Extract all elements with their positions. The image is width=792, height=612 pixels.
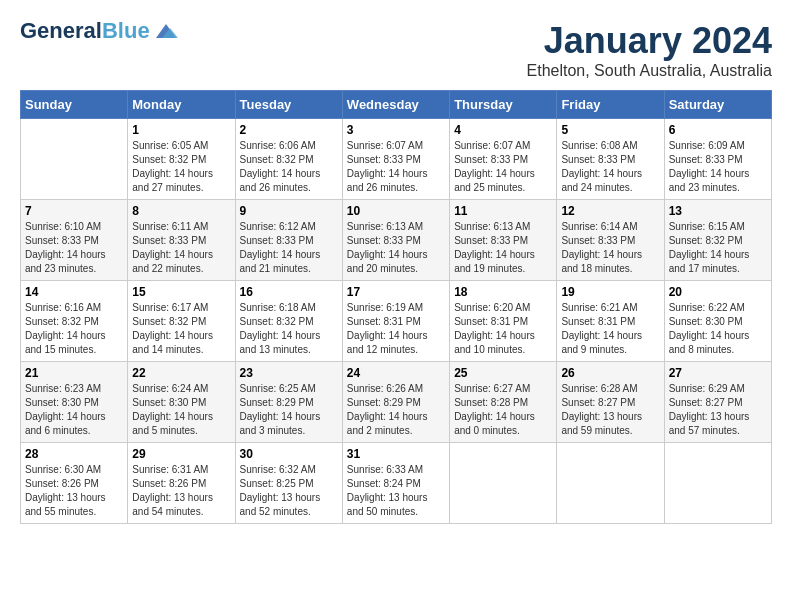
logo: GeneralBlue — [20, 20, 180, 42]
day-number: 30 — [240, 447, 338, 461]
calendar-cell: 3Sunrise: 6:07 AM Sunset: 8:33 PM Daylig… — [342, 119, 449, 200]
calendar-cell: 6Sunrise: 6:09 AM Sunset: 8:33 PM Daylig… — [664, 119, 771, 200]
calendar-cell — [557, 443, 664, 524]
cell-info: Sunrise: 6:14 AM Sunset: 8:33 PM Dayligh… — [561, 220, 659, 276]
day-number: 11 — [454, 204, 552, 218]
day-number: 18 — [454, 285, 552, 299]
header-tuesday: Tuesday — [235, 91, 342, 119]
day-number: 31 — [347, 447, 445, 461]
calendar-cell: 10Sunrise: 6:13 AM Sunset: 8:33 PM Dayli… — [342, 200, 449, 281]
header-row: SundayMondayTuesdayWednesdayThursdayFrid… — [21, 91, 772, 119]
calendar-cell: 7Sunrise: 6:10 AM Sunset: 8:33 PM Daylig… — [21, 200, 128, 281]
day-number: 22 — [132, 366, 230, 380]
week-row-3: 14Sunrise: 6:16 AM Sunset: 8:32 PM Dayli… — [21, 281, 772, 362]
calendar-cell: 24Sunrise: 6:26 AM Sunset: 8:29 PM Dayli… — [342, 362, 449, 443]
calendar-cell: 25Sunrise: 6:27 AM Sunset: 8:28 PM Dayli… — [450, 362, 557, 443]
day-number: 9 — [240, 204, 338, 218]
cell-info: Sunrise: 6:19 AM Sunset: 8:31 PM Dayligh… — [347, 301, 445, 357]
calendar-subtitle: Ethelton, South Australia, Australia — [527, 62, 772, 80]
cell-info: Sunrise: 6:09 AM Sunset: 8:33 PM Dayligh… — [669, 139, 767, 195]
calendar-cell: 30Sunrise: 6:32 AM Sunset: 8:25 PM Dayli… — [235, 443, 342, 524]
day-number: 16 — [240, 285, 338, 299]
day-number: 17 — [347, 285, 445, 299]
header-wednesday: Wednesday — [342, 91, 449, 119]
header-friday: Friday — [557, 91, 664, 119]
day-number: 8 — [132, 204, 230, 218]
calendar-cell: 11Sunrise: 6:13 AM Sunset: 8:33 PM Dayli… — [450, 200, 557, 281]
cell-info: Sunrise: 6:15 AM Sunset: 8:32 PM Dayligh… — [669, 220, 767, 276]
day-number: 3 — [347, 123, 445, 137]
cell-info: Sunrise: 6:18 AM Sunset: 8:32 PM Dayligh… — [240, 301, 338, 357]
calendar-cell: 22Sunrise: 6:24 AM Sunset: 8:30 PM Dayli… — [128, 362, 235, 443]
calendar-cell: 9Sunrise: 6:12 AM Sunset: 8:33 PM Daylig… — [235, 200, 342, 281]
day-number: 29 — [132, 447, 230, 461]
day-number: 15 — [132, 285, 230, 299]
calendar-cell: 5Sunrise: 6:08 AM Sunset: 8:33 PM Daylig… — [557, 119, 664, 200]
cell-info: Sunrise: 6:22 AM Sunset: 8:30 PM Dayligh… — [669, 301, 767, 357]
cell-info: Sunrise: 6:29 AM Sunset: 8:27 PM Dayligh… — [669, 382, 767, 438]
day-number: 21 — [25, 366, 123, 380]
cell-info: Sunrise: 6:07 AM Sunset: 8:33 PM Dayligh… — [454, 139, 552, 195]
cell-info: Sunrise: 6:06 AM Sunset: 8:32 PM Dayligh… — [240, 139, 338, 195]
cell-info: Sunrise: 6:11 AM Sunset: 8:33 PM Dayligh… — [132, 220, 230, 276]
week-row-4: 21Sunrise: 6:23 AM Sunset: 8:30 PM Dayli… — [21, 362, 772, 443]
day-number: 5 — [561, 123, 659, 137]
cell-info: Sunrise: 6:05 AM Sunset: 8:32 PM Dayligh… — [132, 139, 230, 195]
day-number: 2 — [240, 123, 338, 137]
cell-info: Sunrise: 6:08 AM Sunset: 8:33 PM Dayligh… — [561, 139, 659, 195]
calendar-cell: 18Sunrise: 6:20 AM Sunset: 8:31 PM Dayli… — [450, 281, 557, 362]
cell-info: Sunrise: 6:10 AM Sunset: 8:33 PM Dayligh… — [25, 220, 123, 276]
calendar-cell: 23Sunrise: 6:25 AM Sunset: 8:29 PM Dayli… — [235, 362, 342, 443]
calendar-cell: 29Sunrise: 6:31 AM Sunset: 8:26 PM Dayli… — [128, 443, 235, 524]
calendar-title: January 2024 — [527, 20, 772, 62]
day-number: 12 — [561, 204, 659, 218]
cell-info: Sunrise: 6:13 AM Sunset: 8:33 PM Dayligh… — [347, 220, 445, 276]
week-row-1: 1Sunrise: 6:05 AM Sunset: 8:32 PM Daylig… — [21, 119, 772, 200]
calendar-cell — [664, 443, 771, 524]
day-number: 10 — [347, 204, 445, 218]
day-number: 28 — [25, 447, 123, 461]
day-number: 20 — [669, 285, 767, 299]
calendar-cell: 26Sunrise: 6:28 AM Sunset: 8:27 PM Dayli… — [557, 362, 664, 443]
day-number: 1 — [132, 123, 230, 137]
calendar-cell: 15Sunrise: 6:17 AM Sunset: 8:32 PM Dayli… — [128, 281, 235, 362]
cell-info: Sunrise: 6:07 AM Sunset: 8:33 PM Dayligh… — [347, 139, 445, 195]
day-number: 26 — [561, 366, 659, 380]
calendar-cell: 31Sunrise: 6:33 AM Sunset: 8:24 PM Dayli… — [342, 443, 449, 524]
calendar-cell: 27Sunrise: 6:29 AM Sunset: 8:27 PM Dayli… — [664, 362, 771, 443]
calendar-cell — [450, 443, 557, 524]
calendar-cell: 16Sunrise: 6:18 AM Sunset: 8:32 PM Dayli… — [235, 281, 342, 362]
day-number: 27 — [669, 366, 767, 380]
day-number: 13 — [669, 204, 767, 218]
cell-info: Sunrise: 6:17 AM Sunset: 8:32 PM Dayligh… — [132, 301, 230, 357]
calendar-cell: 20Sunrise: 6:22 AM Sunset: 8:30 PM Dayli… — [664, 281, 771, 362]
cell-info: Sunrise: 6:24 AM Sunset: 8:30 PM Dayligh… — [132, 382, 230, 438]
header-saturday: Saturday — [664, 91, 771, 119]
week-row-5: 28Sunrise: 6:30 AM Sunset: 8:26 PM Dayli… — [21, 443, 772, 524]
cell-info: Sunrise: 6:27 AM Sunset: 8:28 PM Dayligh… — [454, 382, 552, 438]
cell-info: Sunrise: 6:20 AM Sunset: 8:31 PM Dayligh… — [454, 301, 552, 357]
calendar-cell: 13Sunrise: 6:15 AM Sunset: 8:32 PM Dayli… — [664, 200, 771, 281]
cell-info: Sunrise: 6:13 AM Sunset: 8:33 PM Dayligh… — [454, 220, 552, 276]
day-number: 25 — [454, 366, 552, 380]
calendar-cell: 1Sunrise: 6:05 AM Sunset: 8:32 PM Daylig… — [128, 119, 235, 200]
calendar-cell: 17Sunrise: 6:19 AM Sunset: 8:31 PM Dayli… — [342, 281, 449, 362]
day-number: 7 — [25, 204, 123, 218]
cell-info: Sunrise: 6:21 AM Sunset: 8:31 PM Dayligh… — [561, 301, 659, 357]
day-number: 4 — [454, 123, 552, 137]
cell-info: Sunrise: 6:16 AM Sunset: 8:32 PM Dayligh… — [25, 301, 123, 357]
day-number: 23 — [240, 366, 338, 380]
cell-info: Sunrise: 6:32 AM Sunset: 8:25 PM Dayligh… — [240, 463, 338, 519]
calendar-cell: 14Sunrise: 6:16 AM Sunset: 8:32 PM Dayli… — [21, 281, 128, 362]
cell-info: Sunrise: 6:30 AM Sunset: 8:26 PM Dayligh… — [25, 463, 123, 519]
logo-icon — [152, 20, 180, 42]
day-number: 14 — [25, 285, 123, 299]
cell-info: Sunrise: 6:31 AM Sunset: 8:26 PM Dayligh… — [132, 463, 230, 519]
cell-info: Sunrise: 6:12 AM Sunset: 8:33 PM Dayligh… — [240, 220, 338, 276]
header-monday: Monday — [128, 91, 235, 119]
page-header: GeneralBlue January 2024 Ethelton, South… — [20, 20, 772, 80]
calendar-cell: 2Sunrise: 6:06 AM Sunset: 8:32 PM Daylig… — [235, 119, 342, 200]
cell-info: Sunrise: 6:28 AM Sunset: 8:27 PM Dayligh… — [561, 382, 659, 438]
cell-info: Sunrise: 6:23 AM Sunset: 8:30 PM Dayligh… — [25, 382, 123, 438]
title-block: January 2024 Ethelton, South Australia, … — [527, 20, 772, 80]
